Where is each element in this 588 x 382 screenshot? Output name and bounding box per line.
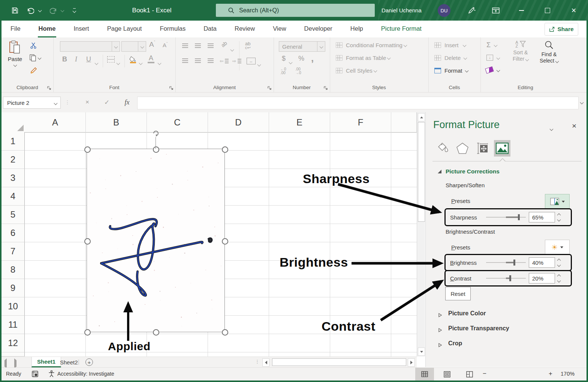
italic-button[interactable]: I (75, 55, 77, 63)
tab-insert[interactable]: Insert (73, 21, 90, 37)
resize-handle-ne[interactable] (222, 146, 228, 153)
sharpness-value[interactable]: 65% (529, 212, 555, 222)
resize-handle-nw[interactable] (84, 146, 91, 153)
redo-dropdown[interactable] (59, 0, 65, 21)
borders-dropdown-icon[interactable] (117, 59, 120, 66)
maximize-button[interactable] (539, 0, 556, 21)
clear-button[interactable] (486, 67, 500, 73)
merge-center-dropdown-icon[interactable] (258, 61, 260, 67)
contrast-slider[interactable] (486, 275, 526, 281)
section-picture-color[interactable]: Picture Color (438, 310, 486, 317)
share-button[interactable]: Share (545, 23, 578, 36)
accessibility-icon[interactable] (48, 370, 55, 379)
row-header-12[interactable]: 12 (1, 334, 25, 352)
ribbon-display-options-button[interactable] (488, 0, 504, 21)
section-picture-transparency[interactable]: Picture Transparency (438, 325, 509, 332)
column-header-A[interactable]: A (25, 112, 86, 133)
decrease-indent-button[interactable]: ⇦ (220, 58, 229, 64)
row-header-6[interactable]: 6 (1, 224, 25, 242)
borders-button[interactable] (107, 56, 115, 63)
orientation-dropdown-icon[interactable] (231, 46, 233, 52)
row-header-9[interactable]: 9 (1, 279, 25, 297)
align-center-button[interactable] (195, 58, 201, 63)
middle-align-button[interactable] (195, 43, 201, 48)
sparkle-pen-button[interactable] (464, 0, 479, 21)
tab-splitter-icon[interactable]: ⋮ (255, 359, 260, 364)
autosum-button[interactable]: Σ (486, 41, 497, 49)
wrap-text-button[interactable]: abc↩ (245, 42, 251, 49)
row-header-10[interactable]: 10 (1, 297, 25, 316)
font-dialog-launcher[interactable] (169, 85, 174, 90)
column-header-B[interactable]: B (86, 112, 147, 133)
align-left-button[interactable] (182, 58, 188, 63)
row-header-3[interactable]: 3 (1, 169, 25, 187)
resize-handle-s[interactable] (153, 329, 159, 336)
grow-font-button[interactable]: Aˆ (149, 40, 155, 49)
effects-tab[interactable] (454, 140, 471, 157)
macro-record-icon[interactable] (31, 370, 39, 379)
sharpen-presets-button[interactable] (545, 194, 570, 209)
merge-center-button[interactable]: ↔ (247, 58, 256, 64)
column-header-F[interactable]: F (330, 112, 391, 133)
vertical-scrollbar[interactable] (417, 112, 425, 357)
font-color-dropdown-icon[interactable] (158, 59, 161, 66)
tab-review[interactable]: Review (234, 21, 256, 37)
brightness-value[interactable]: 40% (529, 257, 555, 268)
fill-color-dropdown-icon[interactable] (139, 59, 142, 66)
alignment-dialog-launcher[interactable] (267, 85, 272, 90)
contrast-spinner[interactable] (558, 275, 560, 282)
row-header-2[interactable]: 2 (1, 151, 25, 169)
tab-home[interactable]: Home (38, 21, 57, 37)
cancel-button[interactable]: × (81, 97, 94, 108)
format-painter-button[interactable] (30, 67, 38, 75)
accessibility-status[interactable]: Accessibility: Investigate (57, 371, 114, 377)
font-color-button[interactable]: A (148, 55, 154, 63)
sheet-tab-sheet2[interactable]: Sheet2 (55, 357, 83, 367)
hscroll-left-button[interactable] (262, 358, 269, 367)
resize-handle-sw[interactable] (84, 329, 91, 336)
select-all-corner[interactable] (1, 112, 25, 133)
tab-file[interactable]: File (10, 21, 21, 37)
insert-cells-button[interactable]: Insert (434, 42, 466, 48)
format-as-table-button[interactable]: Format as Table (336, 55, 390, 61)
tab-developer[interactable]: Developer (304, 21, 333, 37)
paste-button[interactable]: Paste (5, 40, 25, 77)
underline-button[interactable]: U (86, 55, 91, 63)
sort-filter-button[interactable]: AZ Sort &Filter (508, 40, 533, 62)
column-header-E[interactable]: E (269, 112, 330, 133)
fill-button[interactable]: ↓ (486, 55, 500, 61)
page-layout-view-button[interactable] (438, 368, 456, 381)
copy-button[interactable] (29, 54, 41, 61)
number-format-combobox[interactable]: General (279, 41, 325, 52)
picture-tab[interactable] (494, 140, 510, 157)
accounting-format-button[interactable]: $ (282, 55, 286, 63)
new-sheet-button[interactable]: + (85, 358, 93, 366)
find-select-button[interactable]: Find &Select (536, 40, 562, 64)
increase-indent-button[interactable]: ⇨ (232, 58, 241, 64)
zoom-out-button[interactable]: − (483, 370, 486, 378)
comma-style-button[interactable]: , (311, 52, 314, 64)
save-button[interactable] (8, 0, 22, 21)
normal-view-button[interactable] (415, 368, 434, 381)
hscroll-right-button[interactable] (408, 358, 415, 367)
minimize-button[interactable] (513, 0, 530, 21)
pane-close-button[interactable]: × (572, 121, 576, 130)
bold-button[interactable]: B (62, 55, 67, 63)
orientation-button[interactable]: ab (220, 40, 228, 48)
cell-styles-button[interactable]: Cell Styles (336, 67, 377, 74)
column-header-D[interactable]: D (208, 112, 269, 133)
contrast-row[interactable]: Contrast 20% (444, 270, 572, 286)
sharpness-spinner[interactable] (558, 214, 560, 221)
picture-corrections-expand-icon[interactable] (438, 170, 441, 173)
brightness-row[interactable]: Brightness 40% (444, 254, 572, 271)
fill-line-tab[interactable] (435, 140, 451, 157)
search-input[interactable] (238, 7, 360, 14)
format-cells-button[interactable]: Format (434, 67, 468, 74)
tab-data[interactable]: Data (203, 21, 217, 37)
section-crop[interactable]: Crop (438, 340, 462, 347)
expand-formula-bar-icon[interactable] (578, 97, 585, 108)
formula-bar-resize-handle[interactable]: ⋮ (64, 97, 70, 108)
row-header-4[interactable]: 4 (1, 187, 25, 206)
vertical-scrollbar-thumb[interactable] (418, 122, 425, 222)
number-dialog-launcher[interactable] (323, 85, 328, 90)
